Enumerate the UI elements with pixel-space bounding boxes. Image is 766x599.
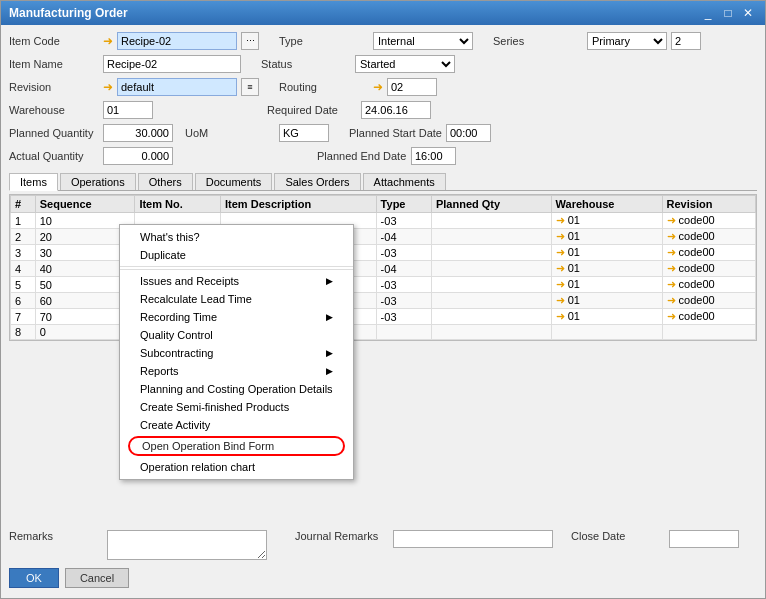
item-code-input[interactable] [117, 32, 237, 50]
menu-item[interactable]: Create Semi-finished Products [120, 398, 353, 416]
warehouse-label: Warehouse [9, 104, 99, 116]
remarks-input[interactable] [107, 530, 267, 560]
col-item-desc: Item Description [221, 196, 377, 213]
revision-row: Revision ➜ ≡ Routing ➜ [9, 77, 757, 97]
planned-qty-row: Planned Quantity UoM Planned Start Date [9, 123, 757, 143]
context-menu: What's this?DuplicateIssues and Receipts… [119, 224, 354, 480]
tab-attachments[interactable]: Attachments [363, 173, 446, 190]
cell-revision: ➜ code00 [662, 309, 755, 325]
menu-item[interactable]: Reports▶ [120, 362, 353, 380]
revision-arrow: ➜ [103, 80, 113, 94]
planned-qty-input[interactable] [103, 124, 173, 142]
planned-end-label: Planned End Date [317, 150, 407, 162]
remarks-label: Remarks [9, 530, 99, 542]
required-date-input[interactable] [361, 101, 431, 119]
cell-type [376, 325, 431, 340]
cell-planned-qty [431, 293, 551, 309]
col-sequence: Sequence [35, 196, 135, 213]
menu-item-label: Planning and Costing Operation Details [140, 383, 333, 395]
cell-planned-qty [431, 245, 551, 261]
menu-item-label: Recalculate Lead Time [140, 293, 252, 305]
remarks-row: Remarks Journal Remarks Close Date [9, 526, 757, 564]
menu-item[interactable]: Quality Control [120, 326, 353, 344]
menu-item-label: Create Activity [140, 419, 210, 431]
menu-item[interactable]: Subcontracting▶ [120, 344, 353, 362]
menu-item[interactable]: Recording Time▶ [120, 308, 353, 326]
menu-item[interactable]: Issues and Receipts▶ [120, 272, 353, 290]
menu-item[interactable]: Recalculate Lead Time [120, 290, 353, 308]
cell-num: 6 [11, 293, 36, 309]
cell-planned-qty [431, 325, 551, 340]
cell-warehouse: ➜ 01 [551, 277, 662, 293]
item-code-row: Item Code ➜ ⋯ Type Internal Series Prima… [9, 31, 757, 51]
tab-others[interactable]: Others [138, 173, 193, 190]
actual-qty-row: Actual Quantity Planned End Date [9, 146, 757, 166]
item-code-browse-btn[interactable]: ⋯ [241, 32, 259, 50]
planned-end-input[interactable] [411, 147, 456, 165]
col-warehouse: Warehouse [551, 196, 662, 213]
menu-item[interactable]: Create Activity [120, 416, 353, 434]
uom-label: UoM [185, 127, 275, 139]
series-label: Series [493, 35, 583, 47]
planned-start-input[interactable] [446, 124, 491, 142]
item-name-input[interactable] [103, 55, 241, 73]
col-revision: Revision [662, 196, 755, 213]
submenu-arrow: ▶ [326, 312, 333, 322]
menu-item[interactable]: Open Operation Bind Form [128, 436, 345, 456]
menu-item[interactable]: Planning and Costing Operation Details [120, 380, 353, 398]
planned-start-label: Planned Start Date [349, 127, 442, 139]
cell-warehouse: ➜ 01 [551, 245, 662, 261]
menu-item-label: Subcontracting [140, 347, 213, 359]
menu-item[interactable]: Duplicate [120, 246, 353, 264]
submenu-arrow: ▶ [326, 348, 333, 358]
window-controls: _ □ ✕ [699, 5, 757, 21]
cell-type: -03 [376, 213, 431, 229]
form-content: Item Code ➜ ⋯ Type Internal Series Prima… [1, 25, 765, 598]
revision-label: Revision [9, 81, 99, 93]
menu-item-label: Quality Control [140, 329, 213, 341]
cell-warehouse [551, 325, 662, 340]
routing-input[interactable] [387, 78, 437, 96]
actual-qty-input[interactable] [103, 147, 173, 165]
required-date-label: Required Date [267, 104, 357, 116]
minimize-button[interactable]: _ [699, 5, 717, 21]
cell-revision: ➜ code00 [662, 293, 755, 309]
tab-documents[interactable]: Documents [195, 173, 273, 190]
close-button[interactable]: ✕ [739, 5, 757, 21]
item-name-label: Item Name [9, 58, 99, 70]
menu-item[interactable]: Operation relation chart [120, 458, 353, 476]
routing-arrow: ➜ [373, 80, 383, 94]
col-type: Type [376, 196, 431, 213]
tab-operations[interactable]: Operations [60, 173, 136, 190]
ok-button[interactable]: OK [9, 568, 59, 588]
maximize-button[interactable]: □ [719, 5, 737, 21]
menu-item-label: Open Operation Bind Form [142, 440, 274, 452]
journal-remarks-input[interactable] [393, 530, 553, 548]
menu-item[interactable]: What's this? [120, 228, 353, 246]
cancel-button[interactable]: Cancel [65, 568, 129, 588]
type-select[interactable]: Internal [373, 32, 473, 50]
cell-revision: ➜ code00 [662, 213, 755, 229]
cell-planned-qty [431, 309, 551, 325]
uom-input[interactable] [279, 124, 329, 142]
revision-browse-btn[interactable]: ≡ [241, 78, 259, 96]
menu-item-label: Operation relation chart [140, 461, 255, 473]
type-label: Type [279, 35, 369, 47]
menu-item-label: Recording Time [140, 311, 217, 323]
series-num-input[interactable] [671, 32, 701, 50]
cell-type: -04 [376, 229, 431, 245]
status-label: Status [261, 58, 351, 70]
journal-remarks-label: Journal Remarks [295, 530, 385, 542]
cell-warehouse: ➜ 01 [551, 261, 662, 277]
col-num: # [11, 196, 36, 213]
series-select[interactable]: Primary [587, 32, 667, 50]
status-select[interactable]: Started [355, 55, 455, 73]
tab-items[interactable]: Items [9, 173, 58, 191]
revision-input[interactable] [117, 78, 237, 96]
warehouse-input[interactable] [103, 101, 153, 119]
cell-type: -03 [376, 293, 431, 309]
cell-planned-qty [431, 261, 551, 277]
close-date-input[interactable] [669, 530, 739, 548]
cell-revision: ➜ code00 [662, 229, 755, 245]
tab-sales-orders[interactable]: Sales Orders [274, 173, 360, 190]
